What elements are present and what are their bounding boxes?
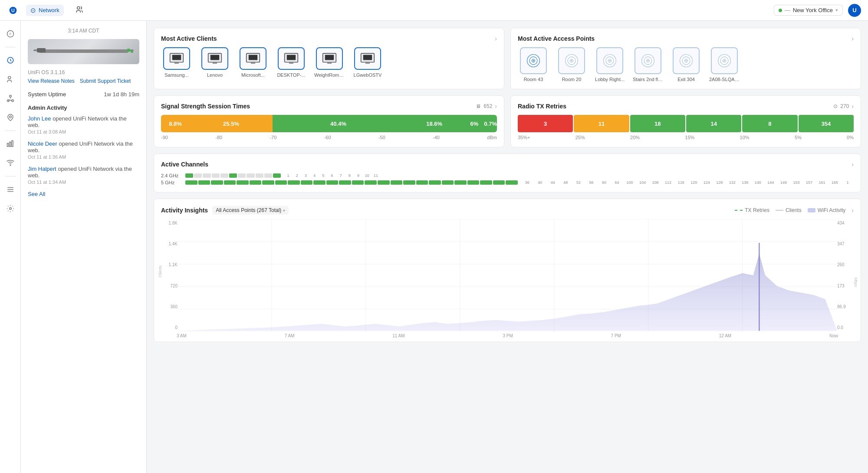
ap-icon-box [596, 47, 623, 74]
app-body: F 3:14 AM CDT [0, 21, 868, 473]
channels-24ghz-bars [185, 173, 281, 178]
time-display: 3:14 AM CDT [28, 28, 139, 34]
see-all-link[interactable]: See All [28, 191, 139, 197]
activity-insights-title: Activity Insights [161, 207, 208, 214]
most-active-clients-card: Most Active Clients › Samsung... [154, 28, 504, 89]
users-icon [75, 6, 84, 15]
list-item[interactable]: Room 20 [556, 47, 587, 82]
client-name-0: Samsung... [164, 72, 189, 78]
list-item[interactable]: Microsoft... [237, 47, 269, 78]
ubiquiti-logo[interactable]: U [7, 4, 19, 16]
channels-card-title: Active Channels [161, 161, 208, 168]
svg-point-42 [533, 60, 534, 62]
legend-tx-retries-icon [735, 210, 743, 211]
view-release-notes-link[interactable]: View Release Notes [28, 78, 75, 84]
aps-grid: Room 43 Room 20 Lobby Right... [518, 47, 854, 82]
site-selector[interactable]: — New York Office ▾ [774, 5, 843, 16]
chart-legend: TX Retries Clients WiFi Activity › [735, 207, 854, 214]
top-nav-right: — New York Office ▾ U [774, 4, 861, 17]
signal-bar-5: 0.7% [484, 115, 497, 132]
list-item[interactable]: Exit 304 [671, 47, 702, 82]
list-item[interactable]: Samsung... [161, 47, 192, 78]
list-item[interactable]: WeightRomOf... [314, 47, 345, 78]
sidebar-icon-settings[interactable] [3, 201, 18, 216]
ch-bar [365, 180, 377, 185]
list-item[interactable]: Lenovo [199, 47, 230, 78]
tx-card-header: Radio TX Retries ⊙ 270 › [518, 103, 854, 110]
list-item[interactable]: Stairs 2nd floor [632, 47, 664, 82]
svg-point-10 [9, 116, 11, 118]
ch-bar [238, 173, 246, 178]
signal-strength-card: Signal Strength Session Times 🖥 652 › 8.… [154, 95, 504, 147]
os-version: UniFi OS 3.1.16 [28, 69, 139, 75]
list-item[interactable]: 2A08-SLQA-... [709, 47, 740, 82]
list-item[interactable]: DESKTOP-... [276, 47, 307, 78]
sidebar-icon-location[interactable] [3, 110, 18, 125]
ch-bar [275, 180, 287, 185]
ch-bar [288, 180, 300, 185]
activity-item: Nicole Deer opened UniFi Network via the… [28, 140, 139, 160]
icon-sidebar: F [0, 21, 21, 473]
list-item[interactable]: Lobby Right... [594, 47, 625, 82]
signal-card-arrow[interactable]: › [495, 103, 497, 110]
chart-area: 1.8K 1.4K 1.1K 720 360 0 Clients [161, 219, 854, 332]
activity-timestamp-2: Oct 11 at 1:34 AM [28, 179, 139, 185]
activity-card-arrow[interactable]: › [852, 207, 854, 214]
sidebar-icon-topology[interactable] [3, 91, 18, 106]
ap-selector-label: All Access Points (267 Total) [216, 207, 281, 213]
sidebar-icon-list[interactable] [3, 182, 18, 197]
activity-actor-0[interactable]: John Lee [28, 115, 51, 122]
chart-svg [178, 219, 837, 332]
chart-svg-container [178, 219, 837, 332]
tab-users[interactable] [71, 4, 88, 16]
y-right-3: 173 [837, 284, 854, 288]
sidebar-icon-wifi[interactable] [3, 155, 18, 171]
y-left-4: 360 [161, 304, 178, 309]
ap-name-2: Lobby Right... [595, 77, 625, 82]
legend-wifi-icon [808, 208, 815, 212]
channels-card-arrow[interactable]: › [852, 161, 854, 168]
ch-bar [256, 173, 263, 178]
sidebar-icon-stats[interactable] [3, 136, 18, 152]
ch-bar [237, 180, 249, 185]
sidebar-icon-favorites[interactable]: F [3, 26, 18, 42]
svg-point-7 [9, 95, 11, 98]
most-active-aps-card: Most Active Access Points › Room 43 [510, 28, 861, 89]
ch-bar [442, 180, 454, 185]
list-item[interactable]: Room 43 [518, 47, 549, 82]
ap-icon-box [558, 47, 585, 74]
activity-actor-1[interactable]: Nicole Deer [28, 140, 57, 147]
svg-rect-12 [9, 142, 10, 147]
x-label-2: 11 AM [392, 333, 404, 338]
activity-actor-2[interactable]: Jim Halpert [28, 166, 56, 172]
sidebar-icon-clients[interactable] [3, 72, 18, 87]
clients-card-arrow[interactable]: › [495, 35, 497, 42]
svg-rect-32 [289, 62, 293, 64]
system-uptime-value: 1w 1d 8h 19m [104, 91, 139, 98]
submit-ticket-link[interactable]: Submit Support Ticket [80, 78, 131, 84]
tx-bar-3: 14 [686, 115, 741, 132]
activity-item: Jim Halpert opened UniFi Network via the… [28, 166, 139, 185]
user-avatar[interactable]: U [848, 4, 861, 17]
tx-bar-5: 354 [799, 115, 854, 132]
list-item[interactable]: LGwebOSTV [352, 47, 383, 78]
x-axis: 3 AM 7 AM 11 AM 3 PM 7 PM 12 AM Now [161, 333, 854, 338]
ch-bar [194, 173, 202, 178]
ch-bar [313, 180, 326, 185]
client-name-1: Lenovo [207, 72, 223, 78]
ap-selector[interactable]: All Access Points (267 Total) ▾ [212, 206, 289, 215]
x-label-5: 12 AM [719, 333, 731, 338]
svg-rect-29 [251, 62, 255, 64]
legend-wifi-activity: WiFi Activity [808, 207, 846, 213]
tx-bar-1: 11 [574, 115, 629, 132]
y-left-5: 0 [161, 325, 178, 330]
tab-network[interactable]: ⊙ Network [26, 5, 64, 16]
svg-point-18 [9, 208, 11, 210]
sidebar-icon-dashboard[interactable] [3, 52, 18, 68]
tx-card-arrow[interactable]: › [852, 103, 854, 110]
chevron-down-icon: ▾ [283, 208, 285, 213]
aps-card-title: Most Active Access Points [518, 35, 595, 42]
y-right-5: 0.0 [837, 325, 854, 330]
aps-card-arrow[interactable]: › [852, 35, 854, 42]
ch-bar [301, 180, 313, 185]
